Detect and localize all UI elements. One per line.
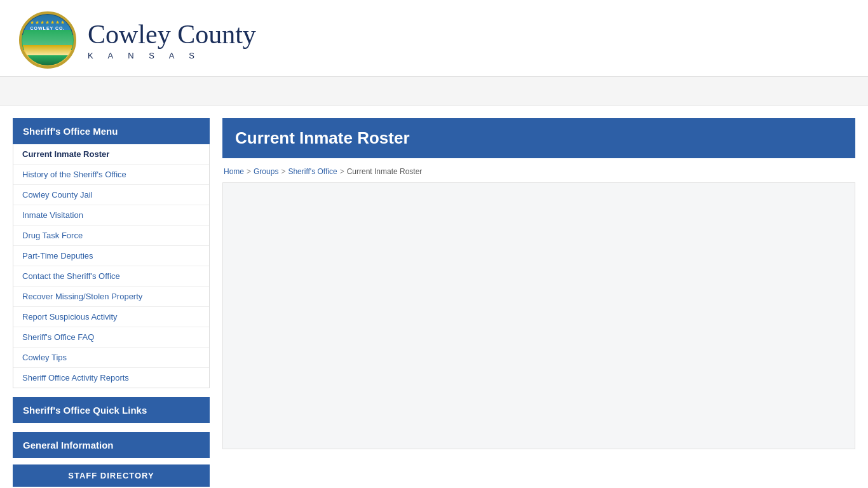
sidebar-menu-item[interactable]: Sheriff's Office FAQ xyxy=(13,327,209,348)
sidebar: Sheriff's Office Menu Current Inmate Ros… xyxy=(13,118,210,488)
breadcrumb: Home > Groups > Sheriff's Office > Curre… xyxy=(222,163,855,182)
sidebar-menu-header: Sheriff's Office Menu xyxy=(13,118,210,144)
sidebar-general-info-header: General Information xyxy=(13,432,210,458)
nav-bar xyxy=(0,77,868,105)
breadcrumb-groups[interactable]: Groups xyxy=(254,167,278,176)
sidebar-menu-item[interactable]: Sheriff Office Activity Reports xyxy=(13,368,209,388)
content-body xyxy=(222,182,855,449)
logo-county-text: COWLEY CO. xyxy=(31,26,65,30)
sidebar-menu-item[interactable]: Report Suspicious Activity xyxy=(13,307,209,327)
sidebar-menu: Current Inmate RosterHistory of the Sher… xyxy=(13,144,210,388)
sidebar-menu-item[interactable]: Part-Time Deputies xyxy=(13,246,209,266)
page-title-bar: Current Inmate Roster xyxy=(222,118,855,158)
site-subtitle: K A N S A S xyxy=(88,51,256,60)
site-header: ★★★★★★★ COWLEY CO. Cowley County K A N S… xyxy=(0,0,868,77)
sidebar-menu-item[interactable]: History of the Sheriff's Office xyxy=(13,165,209,185)
breadcrumb-current: Current Inmate Roster xyxy=(347,167,423,176)
sidebar-menu-item[interactable]: Drug Task Force xyxy=(13,226,209,246)
logo-stars: ★★★★★★★ xyxy=(30,20,65,25)
content-area: Current Inmate Roster Home > Groups > Sh… xyxy=(222,118,855,449)
breadcrumb-sep2: > xyxy=(281,167,285,176)
staff-directory-button[interactable]: STAFF DIRECTORY xyxy=(13,464,210,487)
sidebar-menu-item[interactable]: Current Inmate Roster xyxy=(13,144,209,165)
breadcrumb-home[interactable]: Home xyxy=(224,167,244,176)
site-title: Cowley County xyxy=(88,20,256,49)
site-title-block: Cowley County K A N S A S xyxy=(88,20,256,60)
sidebar-menu-item[interactable]: Recover Missing/Stolen Property xyxy=(13,287,209,307)
sidebar-menu-item[interactable]: Inmate Visitation xyxy=(13,205,209,226)
site-logo: ★★★★★★★ COWLEY CO. xyxy=(19,11,76,69)
sidebar-menu-item[interactable]: Contact the Sheriff's Office xyxy=(13,266,209,287)
breadcrumb-sheriffs-office[interactable]: Sheriff's Office xyxy=(288,167,337,176)
breadcrumb-sep3: > xyxy=(340,167,344,176)
sidebar-menu-item[interactable]: Cowley Tips xyxy=(13,348,209,368)
sidebar-quick-links[interactable]: Sheriff's Office Quick Links xyxy=(13,397,210,423)
main-layout: Sheriff's Office Menu Current Inmate Ros… xyxy=(0,105,868,488)
sidebar-menu-item[interactable]: Cowley County Jail xyxy=(13,185,209,205)
breadcrumb-sep1: > xyxy=(247,167,251,176)
